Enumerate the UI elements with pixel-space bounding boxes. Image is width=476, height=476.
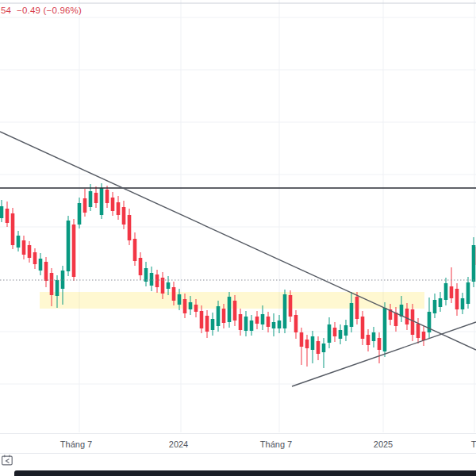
candle-body — [344, 325, 348, 336]
candle-body — [83, 198, 87, 213]
candle-body — [117, 202, 121, 215]
candle-body — [394, 313, 398, 326]
calendar-icon[interactable] — [1, 454, 13, 466]
candle-body — [228, 297, 232, 322]
candle-body — [222, 309, 226, 323]
candle-body — [122, 207, 126, 225]
candle-body — [189, 302, 193, 309]
candle-body — [255, 317, 259, 324]
candle-body — [44, 262, 48, 281]
candle-body — [178, 294, 182, 305]
candle-body — [78, 203, 82, 225]
candle-body — [261, 314, 265, 324]
candle-body — [139, 258, 143, 275]
candle-body — [217, 306, 221, 326]
candle-body — [56, 280, 60, 296]
candle-body — [172, 287, 176, 301]
candle-body — [33, 252, 37, 264]
candle-body — [167, 282, 171, 289]
candle-body — [250, 321, 254, 331]
candle-body — [367, 335, 370, 345]
candle-body — [67, 221, 71, 271]
candle-body — [466, 282, 470, 304]
candle-body — [50, 273, 54, 295]
candle-body — [450, 286, 454, 298]
candle-body — [283, 294, 287, 328]
candle-body — [0, 206, 3, 218]
candle-body — [183, 299, 187, 313]
candle-body — [39, 259, 43, 271]
candle-body — [311, 336, 315, 350]
bottom-dark-bar — [14, 470, 476, 476]
candle-body — [28, 245, 32, 258]
ticker-change-text: 54 −0.49 (−0.96%) — [1, 6, 82, 15]
candle-body — [372, 332, 376, 341]
candle-body — [300, 332, 304, 347]
candle-body — [361, 317, 365, 339]
candle-body — [150, 273, 154, 286]
candle-body — [111, 198, 115, 211]
candle-body — [439, 298, 443, 307]
candle-body — [355, 297, 359, 319]
candle-body — [155, 274, 159, 287]
time-axis-label: Tháng 7 — [60, 440, 92, 449]
candle-body — [278, 321, 282, 328]
candle-body — [333, 328, 337, 336]
candle-body — [472, 245, 476, 282]
descending-trendline[interactable] — [0, 132, 476, 350]
candle-body — [339, 330, 343, 339]
candle-body — [433, 300, 437, 313]
time-axis-label: T — [471, 440, 476, 449]
candle-body — [461, 298, 465, 309]
candle-body — [289, 295, 293, 317]
candle-body — [350, 303, 354, 327]
candle-body — [272, 322, 276, 328]
candle-body — [194, 305, 198, 312]
candle-body — [17, 236, 21, 248]
candle-body — [411, 309, 415, 335]
candle-body — [100, 188, 104, 215]
candle-body — [422, 332, 426, 340]
candle-body — [144, 268, 148, 282]
chart-root: 54 −0.49 (−0.96%) Tháng 72024Tháng 72025… — [0, 0, 476, 476]
time-axis[interactable]: Tháng 72024Tháng 72025T — [0, 433, 476, 455]
candle-body — [416, 324, 420, 338]
candle-body — [267, 317, 271, 327]
candle-body — [305, 340, 309, 348]
candle-body — [328, 324, 332, 343]
candle-body — [106, 190, 109, 203]
candle-body — [211, 319, 215, 330]
candle-body — [94, 193, 98, 203]
candle-body — [205, 316, 209, 332]
candle-body — [89, 191, 93, 207]
candle-body — [405, 309, 409, 324]
time-axis-label: 2024 — [169, 440, 188, 449]
candle-body — [383, 308, 387, 351]
candlestick-chart[interactable] — [0, 0, 476, 476]
candle-body — [294, 315, 298, 332]
candle-body — [11, 213, 15, 245]
candle-body — [378, 338, 382, 350]
calendar-icon-glyph — [1, 454, 13, 466]
candle-body — [455, 289, 459, 309]
candle-body — [244, 317, 248, 331]
candle-body — [317, 341, 321, 354]
candle-body — [200, 311, 204, 328]
candle-body — [444, 283, 448, 300]
candle-body — [239, 314, 243, 330]
candle-body — [233, 301, 237, 321]
time-axis-label: 2025 — [374, 440, 393, 449]
candle-body — [72, 225, 76, 277]
time-axis-label: Tháng 7 — [260, 440, 292, 449]
candle-body — [6, 209, 10, 223]
candle-body — [128, 215, 132, 240]
candle-body — [22, 240, 26, 255]
candle-body — [133, 239, 137, 261]
candle-body — [322, 344, 326, 352]
